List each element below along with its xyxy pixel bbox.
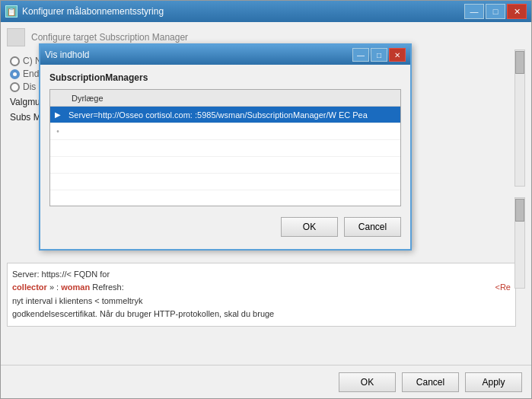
main-window-controls: — □ ✕	[464, 4, 527, 19]
radio-label-3: Dis	[23, 81, 36, 92]
vis-ok-button[interactable]: OK	[281, 217, 338, 237]
toolbar-label: Configure target Subscription Manager	[31, 32, 188, 43]
row-cell-1: Server=http://Osseo cortisol.com: :5985/…	[65, 110, 400, 120]
vis-controls: — □ ✕	[352, 48, 406, 62]
vis-table-header: Dyrlæge	[50, 90, 400, 107]
bg-text-line3: nyt interval i klientens < tommeltryk	[12, 295, 511, 308]
radio-circle-3[interactable]	[10, 82, 20, 92]
vis-table: Dyrlæge ▶ Server=http://Osseo cortisol.c…	[49, 89, 401, 206]
empty-row-3	[50, 157, 400, 174]
vis-dialog: Vis indhold — □ ✕ SubscriptionManagers D…	[39, 43, 412, 251]
vis-table-body: ▶ Server=http://Osseo cortisol.com: :598…	[50, 107, 400, 206]
bg-text-line2: collector » : woman Refresh: <Re	[12, 281, 511, 295]
apply-button[interactable]: Apply	[465, 372, 522, 392]
empty-row-4	[50, 174, 400, 190]
bg-text-line4: godkendelsescertifikat. Når du bruger HT…	[12, 308, 511, 321]
empty-row-1: •	[50, 123, 400, 140]
collector-text: collector	[12, 282, 47, 292]
maximize-button[interactable]: □	[486, 4, 505, 19]
main-window: 📋 Konfigurer målabonnementsstyring — □ ✕…	[0, 0, 532, 399]
empty-row-2	[50, 140, 400, 157]
vis-dialog-buttons: OK Cancel	[49, 214, 401, 241]
vis-title-bar: Vis indhold — □ ✕	[40, 45, 410, 65]
table-row-selected[interactable]: ▶ Server=http://Osseo cortisol.com: :598…	[50, 107, 400, 123]
re-suffix: <Re	[495, 281, 511, 295]
minimize-button[interactable]: —	[464, 4, 484, 19]
title-bar-left: 📋 Konfigurer målabonnementsstyring	[5, 5, 164, 18]
radio-circle-1[interactable]	[10, 56, 20, 66]
right-scrollbar-1[interactable]	[514, 49, 525, 187]
row-expander-1: ▶	[50, 107, 65, 123]
vis-content: SubscriptionManagers Dyrlæge ▶ Server=ht…	[40, 65, 410, 249]
main-title-bar: 📋 Konfigurer målabonnementsstyring — □ ✕	[1, 1, 531, 22]
subscription-managers-title: SubscriptionManagers	[49, 72, 401, 83]
bottom-bar: OK Cancel Apply	[1, 365, 531, 398]
toolbar-icon	[7, 28, 25, 46]
vis-cancel-button[interactable]: Cancel	[344, 217, 401, 237]
empty-rows: •	[50, 123, 400, 200]
scrollbar-thumb-1	[515, 51, 524, 74]
ok-button[interactable]: OK	[339, 372, 396, 392]
main-window-icon: 📋	[5, 5, 18, 18]
vis-minimize-button[interactable]: —	[352, 48, 369, 62]
empty-dot-1: •	[50, 127, 65, 136]
woman-text: woman	[61, 282, 90, 292]
bg-text-line1: Server: https://< FQDN for	[12, 268, 511, 282]
right-scrollbar-2[interactable]	[514, 197, 525, 289]
cancel-button[interactable]: Cancel	[402, 372, 459, 392]
main-content-area: Configure target Subscription Manager C)…	[1, 22, 531, 365]
dyrlage-header: Dyrlæge	[68, 94, 107, 103]
scrollbar-thumb-2	[515, 199, 524, 222]
background-text-area: Server: https://< FQDN for collector » :…	[7, 263, 516, 327]
radio-circle-2[interactable]	[10, 69, 20, 79]
vis-close-button[interactable]: ✕	[389, 48, 406, 62]
close-button[interactable]: ✕	[507, 4, 527, 19]
main-window-title: Konfigurer målabonnementsstyring	[22, 6, 164, 17]
vis-maximize-button[interactable]: □	[371, 48, 387, 62]
vis-dialog-title: Vis indhold	[45, 49, 90, 60]
